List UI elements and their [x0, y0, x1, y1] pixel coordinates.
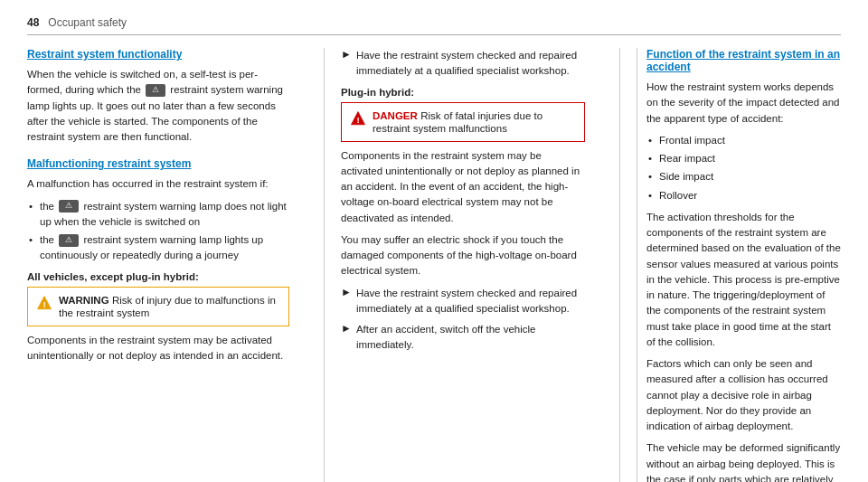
svg-text:!: !	[42, 298, 45, 308]
col-middle: ► Have the restraint system checked and …	[341, 48, 603, 482]
warning-box: ! WARNING Risk of injury due to malfunct…	[27, 287, 289, 326]
danger-box: ! DANGER Risk of fatal injuries due to r…	[341, 102, 585, 142]
bullet-item-1: the restraint system warning lamp does n…	[27, 199, 289, 231]
page-header: 48 Occupant safety	[27, 16, 841, 35]
danger-label-group: DANGER Risk of fatal injuries due to res…	[373, 109, 576, 135]
arrow-icon-3: ►	[341, 322, 352, 335]
section-heading-restraint-functionality: Restraint system functionality	[27, 48, 289, 61]
function-paragraph3: Factors which can only be seen and measu…	[646, 356, 841, 434]
warning-header: ! WARNING Risk of injury due to malfunct…	[36, 294, 280, 319]
function-paragraph4: The vehicle may be deformed significantl…	[646, 440, 841, 482]
arrow-item-1: ► Have the restraint system checked and …	[341, 48, 585, 80]
arrow-icon-2: ►	[341, 286, 352, 298]
arrow-item-3: ► After an accident, switch off the vehi…	[341, 322, 585, 354]
arrow-icon-1: ►	[341, 48, 352, 61]
function-paragraph1: How the restraint system works depends o…	[646, 80, 841, 127]
page-container: 48 Occupant safety Restraint system func…	[0, 0, 868, 482]
danger-body: Components in the restraint system may b…	[341, 148, 585, 226]
col-divider-1	[324, 48, 325, 482]
malfunction-intro: A malfunction has occurred in the restra…	[27, 176, 289, 192]
bullet-rear: Rear impact	[646, 151, 841, 166]
bullet-item-2: the restraint system warning lamp lights…	[27, 232, 289, 264]
warning-body: Components in the restraint system may b…	[27, 333, 289, 364]
plugin-hybrid-heading: Plug-in hybrid:	[341, 87, 585, 98]
bullet-rollover: Rollover	[646, 188, 841, 203]
warning-triangle-icon: !	[36, 295, 52, 311]
warning-lamp-icon-3	[59, 234, 79, 247]
col-right: Function of the restraint system in an a…	[637, 48, 841, 482]
electric-shock-paragraph: You may suffer an electric shock if you …	[341, 232, 585, 279]
malfunction-bullets: the restraint system warning lamp does n…	[27, 199, 289, 264]
function-paragraph2: The activation thresholds for the compon…	[646, 210, 841, 350]
content-columns: Restraint system functionality When the …	[27, 48, 841, 482]
col-divider-2	[619, 48, 620, 482]
svg-text:!: !	[356, 114, 359, 124]
danger-header: ! DANGER Risk of fatal injuries due to r…	[350, 109, 576, 135]
warning-label: WARNING Risk of injury due to malfunctio…	[59, 294, 280, 319]
page-title: Occupant safety	[48, 16, 127, 29]
bullet-side: Side impact	[646, 169, 841, 184]
warning-lamp-icon-2	[59, 200, 79, 213]
restraint-functionality-paragraph: When the vehicle is switched on, a self-…	[27, 67, 289, 145]
warning-lamp-icon	[146, 84, 165, 97]
danger-triangle-icon: !	[350, 110, 366, 127]
section-heading-malfunction: Malfunctioning restraint system	[27, 157, 289, 170]
bullet-frontal: Frontal impact	[646, 133, 841, 148]
arrow3-text: After an accident, switch off the vehicl…	[356, 322, 585, 354]
col-left: Restraint system functionality When the …	[27, 48, 307, 482]
arrow-item-2: ► Have the restraint system checked and …	[341, 286, 585, 317]
accident-type-bullets: Frontal impact Rear impact Side impact R…	[646, 133, 841, 203]
page-number: 48	[27, 16, 39, 29]
arrow1-text: Have the restraint system checked and re…	[356, 48, 585, 80]
all-vehicles-heading: All vehicles, except plug-in hybrid:	[27, 271, 289, 282]
arrow2-text: Have the restraint system checked and re…	[356, 286, 585, 317]
section-heading-function: Function of the restraint system in an a…	[646, 48, 841, 73]
